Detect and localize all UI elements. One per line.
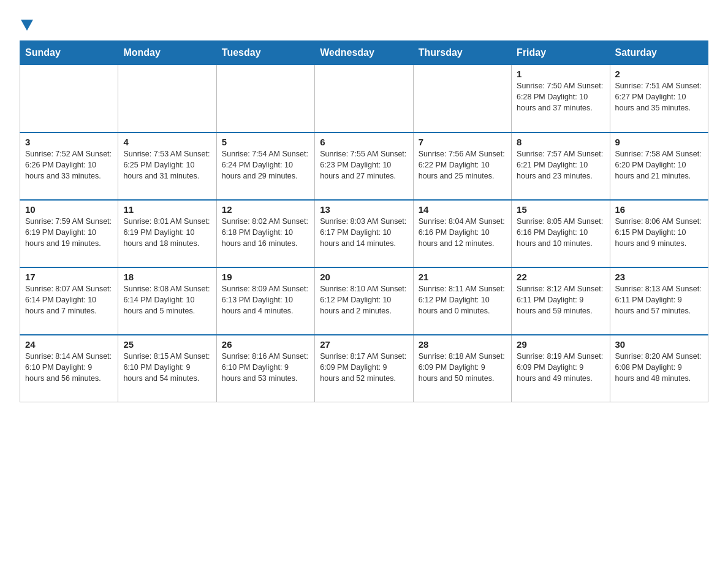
calendar-cell: 5Sunrise: 7:54 AM Sunset: 6:24 PM Daylig… [216, 132, 314, 200]
weekday-header-saturday: Saturday [610, 41, 708, 65]
calendar-cell [118, 65, 216, 132]
weekday-header-wednesday: Wednesday [315, 41, 413, 65]
day-info: Sunrise: 8:01 AM Sunset: 6:19 PM Dayligh… [123, 216, 211, 249]
day-info: Sunrise: 7:55 AM Sunset: 6:23 PM Dayligh… [320, 148, 408, 182]
day-info: Sunrise: 7:53 AM Sunset: 6:25 PM Dayligh… [123, 148, 211, 182]
day-number: 9 [615, 137, 703, 147]
calendar-table: SundayMondayTuesdayWednesdayThursdayFrid… [20, 40, 708, 402]
day-info: Sunrise: 7:57 AM Sunset: 6:21 PM Dayligh… [517, 148, 604, 182]
calendar-cell: 25Sunrise: 8:15 AM Sunset: 6:10 PM Dayli… [118, 335, 216, 402]
day-number: 4 [123, 137, 211, 147]
calendar-cell [20, 65, 118, 132]
day-number: 15 [517, 204, 604, 215]
calendar-cell: 1Sunrise: 7:50 AM Sunset: 6:28 PM Daylig… [512, 65, 610, 132]
day-info: Sunrise: 8:04 AM Sunset: 6:16 PM Dayligh… [419, 216, 506, 249]
day-info: Sunrise: 8:03 AM Sunset: 6:17 PM Dayligh… [320, 216, 408, 249]
calendar-cell: 23Sunrise: 8:13 AM Sunset: 6:11 PM Dayli… [610, 267, 708, 335]
calendar-cell: 9Sunrise: 7:58 AM Sunset: 6:20 PM Daylig… [610, 132, 708, 200]
logo-arrow-icon [21, 20, 33, 31]
weekday-header-thursday: Thursday [413, 41, 511, 65]
day-number: 3 [25, 137, 113, 147]
calendar-cell: 24Sunrise: 8:14 AM Sunset: 6:10 PM Dayli… [20, 335, 118, 402]
calendar-cell: 20Sunrise: 8:10 AM Sunset: 6:12 PM Dayli… [315, 267, 413, 335]
day-number: 30 [615, 339, 703, 350]
day-number: 21 [419, 272, 506, 282]
day-number: 25 [123, 339, 211, 350]
calendar-cell: 11Sunrise: 8:01 AM Sunset: 6:19 PM Dayli… [118, 200, 216, 267]
day-number: 20 [320, 272, 408, 282]
day-number: 28 [419, 339, 506, 350]
day-number: 29 [517, 339, 604, 350]
calendar-cell: 28Sunrise: 8:18 AM Sunset: 6:09 PM Dayli… [413, 335, 511, 402]
calendar-cell: 14Sunrise: 8:04 AM Sunset: 6:16 PM Dayli… [413, 200, 511, 267]
logo [20, 15, 33, 31]
calendar-cell [216, 65, 314, 132]
day-number: 18 [123, 272, 211, 282]
day-number: 19 [222, 272, 309, 282]
day-info: Sunrise: 8:02 AM Sunset: 6:18 PM Dayligh… [222, 216, 309, 249]
day-number: 17 [25, 272, 113, 282]
day-number: 27 [320, 339, 408, 350]
weekday-header-monday: Monday [118, 41, 216, 65]
day-number: 13 [320, 204, 408, 215]
day-number: 10 [25, 204, 113, 215]
weekday-header-tuesday: Tuesday [216, 41, 314, 65]
day-info: Sunrise: 8:07 AM Sunset: 6:14 PM Dayligh… [25, 283, 113, 316]
day-info: Sunrise: 7:59 AM Sunset: 6:19 PM Dayligh… [25, 216, 113, 249]
day-info: Sunrise: 7:54 AM Sunset: 6:24 PM Dayligh… [222, 148, 309, 182]
calendar-cell: 26Sunrise: 8:16 AM Sunset: 6:10 PM Dayli… [216, 335, 314, 402]
calendar-cell: 18Sunrise: 8:08 AM Sunset: 6:14 PM Dayli… [118, 267, 216, 335]
day-number: 8 [517, 137, 604, 147]
day-info: Sunrise: 7:58 AM Sunset: 6:20 PM Dayligh… [615, 148, 703, 182]
calendar-cell: 16Sunrise: 8:06 AM Sunset: 6:15 PM Dayli… [610, 200, 708, 267]
day-info: Sunrise: 8:19 AM Sunset: 6:09 PM Dayligh… [517, 351, 604, 384]
day-info: Sunrise: 7:52 AM Sunset: 6:26 PM Dayligh… [25, 148, 113, 182]
day-info: Sunrise: 8:09 AM Sunset: 6:13 PM Dayligh… [222, 283, 309, 316]
day-number: 12 [222, 204, 309, 215]
day-number: 23 [615, 272, 703, 282]
day-number: 26 [222, 339, 309, 350]
calendar-cell: 3Sunrise: 7:52 AM Sunset: 6:26 PM Daylig… [20, 132, 118, 200]
day-info: Sunrise: 8:14 AM Sunset: 6:10 PM Dayligh… [25, 351, 113, 384]
calendar-week-row: 24Sunrise: 8:14 AM Sunset: 6:10 PM Dayli… [20, 335, 708, 402]
day-number: 11 [123, 204, 211, 215]
page-header [20, 15, 708, 31]
day-info: Sunrise: 8:08 AM Sunset: 6:14 PM Dayligh… [123, 283, 211, 316]
weekday-header-sunday: Sunday [20, 41, 118, 65]
day-info: Sunrise: 8:15 AM Sunset: 6:10 PM Dayligh… [123, 351, 211, 384]
day-info: Sunrise: 8:13 AM Sunset: 6:11 PM Dayligh… [615, 283, 703, 316]
day-info: Sunrise: 8:11 AM Sunset: 6:12 PM Dayligh… [419, 283, 506, 316]
day-number: 6 [320, 137, 408, 147]
day-number: 16 [615, 204, 703, 215]
calendar-week-row: 17Sunrise: 8:07 AM Sunset: 6:14 PM Dayli… [20, 267, 708, 335]
day-info: Sunrise: 8:16 AM Sunset: 6:10 PM Dayligh… [222, 351, 309, 384]
day-info: Sunrise: 8:17 AM Sunset: 6:09 PM Dayligh… [320, 351, 408, 384]
day-number: 24 [25, 339, 113, 350]
calendar-week-row: 10Sunrise: 7:59 AM Sunset: 6:19 PM Dayli… [20, 200, 708, 267]
calendar-cell: 10Sunrise: 7:59 AM Sunset: 6:19 PM Dayli… [20, 200, 118, 267]
calendar-cell: 30Sunrise: 8:20 AM Sunset: 6:08 PM Dayli… [610, 335, 708, 402]
calendar-cell: 8Sunrise: 7:57 AM Sunset: 6:21 PM Daylig… [512, 132, 610, 200]
calendar-cell: 15Sunrise: 8:05 AM Sunset: 6:16 PM Dayli… [512, 200, 610, 267]
calendar-cell: 22Sunrise: 8:12 AM Sunset: 6:11 PM Dayli… [512, 267, 610, 335]
calendar-cell: 7Sunrise: 7:56 AM Sunset: 6:22 PM Daylig… [413, 132, 511, 200]
day-info: Sunrise: 8:18 AM Sunset: 6:09 PM Dayligh… [419, 351, 506, 384]
calendar-cell: 17Sunrise: 8:07 AM Sunset: 6:14 PM Dayli… [20, 267, 118, 335]
calendar-cell [315, 65, 413, 132]
day-info: Sunrise: 8:10 AM Sunset: 6:12 PM Dayligh… [320, 283, 408, 316]
day-number: 1 [517, 69, 604, 79]
calendar-cell: 29Sunrise: 8:19 AM Sunset: 6:09 PM Dayli… [512, 335, 610, 402]
calendar-cell: 4Sunrise: 7:53 AM Sunset: 6:25 PM Daylig… [118, 132, 216, 200]
day-info: Sunrise: 7:56 AM Sunset: 6:22 PM Dayligh… [419, 148, 506, 182]
calendar-week-row: 3Sunrise: 7:52 AM Sunset: 6:26 PM Daylig… [20, 132, 708, 200]
calendar-cell: 13Sunrise: 8:03 AM Sunset: 6:17 PM Dayli… [315, 200, 413, 267]
calendar-cell: 21Sunrise: 8:11 AM Sunset: 6:12 PM Dayli… [413, 267, 511, 335]
day-number: 2 [615, 69, 703, 79]
day-number: 22 [517, 272, 604, 282]
weekday-header-friday: Friday [512, 41, 610, 65]
day-info: Sunrise: 7:51 AM Sunset: 6:27 PM Dayligh… [615, 80, 703, 113]
day-number: 14 [419, 204, 506, 215]
calendar-cell: 19Sunrise: 8:09 AM Sunset: 6:13 PM Dayli… [216, 267, 314, 335]
calendar-week-row: 1Sunrise: 7:50 AM Sunset: 6:28 PM Daylig… [20, 65, 708, 132]
day-info: Sunrise: 8:05 AM Sunset: 6:16 PM Dayligh… [517, 216, 604, 249]
